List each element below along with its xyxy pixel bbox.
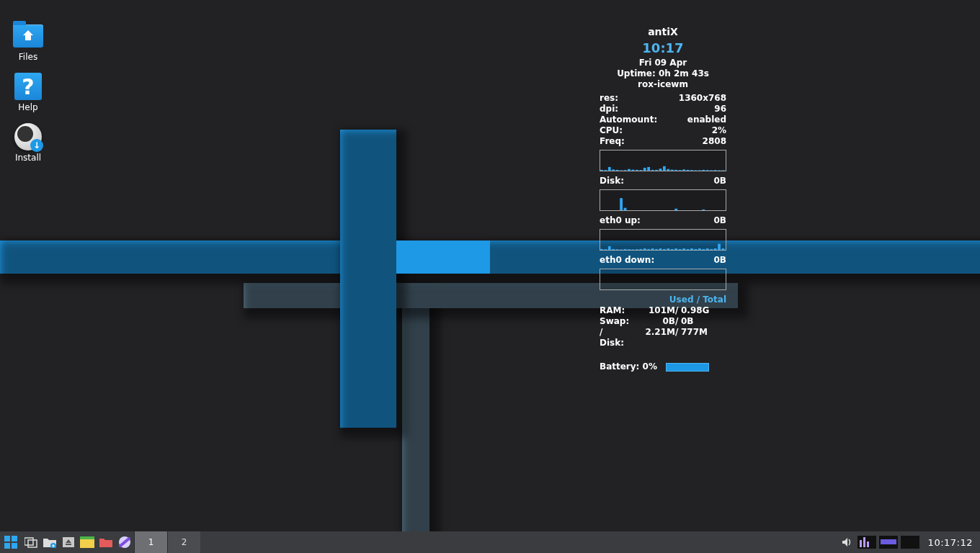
- svg-rect-2: [608, 167, 611, 171]
- svg-rect-136: [66, 544, 71, 545]
- svg-rect-1: [604, 170, 607, 171]
- svg-rect-67: [612, 249, 615, 250]
- svg-rect-131: [12, 543, 17, 549]
- taskbar: 1 2 10:17:12: [0, 531, 980, 553]
- svg-rect-25: [698, 170, 701, 171]
- svg-rect-86: [687, 249, 690, 250]
- disk-label: Disk:: [600, 176, 683, 186]
- svg-rect-132: [24, 538, 33, 545]
- workspace-2-button[interactable]: 2: [167, 531, 200, 553]
- svg-rect-24: [695, 170, 698, 171]
- desktop-icon-label: Files: [19, 52, 37, 62]
- svg-rect-19: [674, 170, 677, 171]
- conky-session: rox-icewm: [600, 79, 726, 90]
- desktop-icon-files[interactable]: Files: [10, 23, 46, 62]
- svg-rect-64: [600, 249, 603, 250]
- svg-rect-81: [667, 248, 669, 250]
- svg-rect-58: [702, 210, 705, 210]
- start-menu-button[interactable]: [0, 531, 22, 553]
- svg-rect-76: [647, 249, 650, 250]
- taskbar-window-area[interactable]: [200, 531, 837, 553]
- editor-launcher[interactable]: [97, 531, 115, 553]
- svg-rect-0: [600, 170, 603, 171]
- eject-button[interactable]: [59, 531, 78, 553]
- svg-rect-84: [679, 249, 682, 250]
- svg-rect-16: [663, 166, 666, 171]
- workspace-1-button[interactable]: 1: [134, 531, 167, 553]
- conky-uptime: Uptime: 0h 2m 43s: [600, 68, 726, 79]
- svg-rect-9: [636, 170, 638, 171]
- eject-icon: [62, 536, 75, 548]
- svg-rect-68: [616, 249, 619, 250]
- folder-icon: [13, 23, 43, 49]
- browser-launcher[interactable]: [115, 531, 134, 553]
- svg-rect-70: [624, 249, 627, 250]
- file-manager-launcher[interactable]: [40, 531, 59, 553]
- volume-button[interactable]: [837, 531, 856, 553]
- svg-rect-83: [674, 248, 677, 250]
- mem-disk-row: / Disk:2.21M/777M: [600, 327, 726, 349]
- svg-rect-94: [718, 244, 721, 250]
- svg-rect-77: [651, 248, 654, 250]
- svg-rect-51: [674, 209, 677, 210]
- svg-rect-88: [695, 249, 698, 250]
- cpu-tray-applet[interactable]: [858, 536, 876, 549]
- svg-rect-89: [698, 248, 701, 250]
- svg-rect-26: [702, 170, 705, 171]
- svg-rect-85: [682, 248, 685, 250]
- svg-rect-29: [714, 170, 717, 171]
- svg-rect-18: [671, 170, 674, 171]
- desktop-icons: Files ? Help ↓ Install: [10, 23, 46, 163]
- svg-rect-72: [632, 249, 635, 250]
- folder-icon: [43, 536, 57, 548]
- svg-rect-78: [655, 249, 658, 250]
- wallpaper: [0, 0, 980, 553]
- eth0-down-label: eth0 down:: [600, 255, 703, 266]
- svg-rect-69: [620, 249, 623, 250]
- svg-rect-12: [647, 167, 650, 171]
- battery-row: Battery: 0%: [600, 361, 726, 372]
- terminal-launcher[interactable]: [78, 531, 97, 553]
- battery-bar-icon: [666, 363, 709, 372]
- show-desktop-button[interactable]: [22, 531, 40, 553]
- svg-rect-15: [659, 168, 662, 171]
- svg-rect-73: [636, 249, 638, 250]
- svg-rect-128: [4, 536, 10, 541]
- battery-label: Battery: 0%: [600, 361, 657, 372]
- svg-rect-11: [643, 168, 646, 171]
- svg-rect-3: [612, 169, 615, 171]
- svg-rect-93: [714, 248, 717, 250]
- svg-rect-22: [687, 170, 690, 171]
- svg-rect-66: [608, 246, 611, 250]
- svg-rect-138: [80, 539, 94, 548]
- svg-rect-8: [632, 170, 635, 171]
- svg-rect-130: [4, 543, 10, 549]
- svg-rect-82: [671, 249, 674, 250]
- folder-red-icon: [99, 536, 113, 548]
- mem-tray-applet[interactable]: [879, 536, 898, 549]
- svg-rect-74: [639, 249, 642, 250]
- taskbar-clock[interactable]: 10:17:12: [921, 531, 980, 553]
- svg-rect-13: [651, 170, 654, 171]
- eth0-up-label: eth0 up:: [600, 215, 697, 226]
- os-name: antiX: [600, 26, 726, 39]
- desktop-icon-help[interactable]: ? Help: [10, 73, 46, 112]
- svg-rect-23: [690, 170, 693, 171]
- svg-rect-71: [628, 249, 631, 250]
- svg-rect-79: [659, 248, 662, 250]
- help-icon: ?: [13, 73, 43, 99]
- net-tray-applet[interactable]: [901, 536, 919, 549]
- conky-stats-table: res:980x553 dpi:96 Automount:enabled CP…: [600, 93, 726, 147]
- svg-rect-38: [624, 208, 627, 210]
- svg-rect-5: [620, 170, 623, 171]
- svg-rect-21: [682, 169, 685, 171]
- svg-rect-28: [710, 170, 713, 171]
- speaker-icon: [841, 536, 852, 548]
- cpu-graph: [600, 150, 726, 171]
- eth0-down-graph: [600, 269, 726, 290]
- svg-rect-30: [718, 170, 721, 171]
- desktop-icon-install[interactable]: ↓ Install: [10, 124, 46, 163]
- svg-rect-4: [616, 170, 619, 171]
- terminal-icon: [80, 536, 94, 548]
- disk-value: 0B: [683, 176, 726, 186]
